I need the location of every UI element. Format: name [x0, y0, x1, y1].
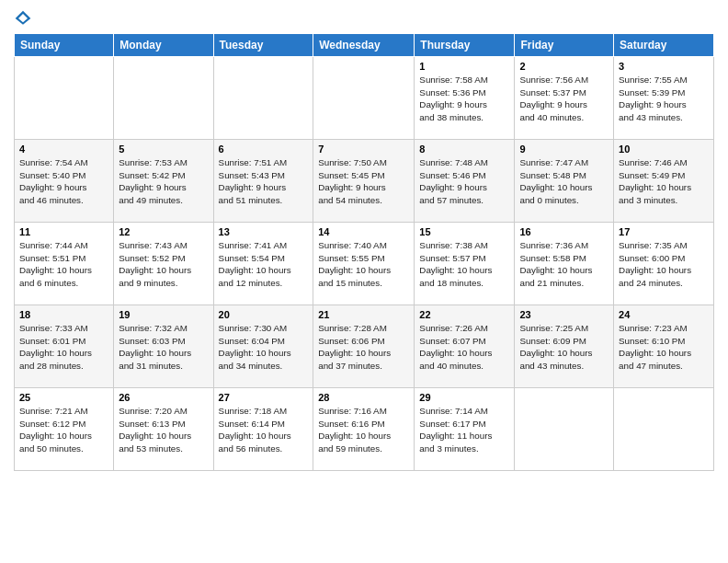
- day-info: Sunrise: 7:56 AM Sunset: 5:37 PM Dayligh…: [519, 74, 609, 124]
- col-header-friday: Friday: [515, 34, 614, 57]
- col-header-thursday: Thursday: [415, 34, 515, 57]
- day-info: Sunrise: 7:51 AM Sunset: 5:43 PM Dayligh…: [219, 156, 309, 207]
- day-cell: 17Sunrise: 7:35 AM Sunset: 6:00 PM Dayli…: [614, 223, 714, 305]
- day-info: Sunrise: 7:54 AM Sunset: 5:40 PM Dayligh…: [19, 156, 108, 207]
- week-row-1: 4Sunrise: 7:54 AM Sunset: 5:40 PM Daylig…: [15, 140, 714, 223]
- day-info: Sunrise: 7:18 AM Sunset: 6:14 PM Dayligh…: [219, 405, 309, 455]
- day-cell: 14Sunrise: 7:40 AM Sunset: 5:55 PM Dayli…: [313, 223, 415, 305]
- day-number: 6: [219, 144, 309, 155]
- day-cell: 23Sunrise: 7:25 AM Sunset: 6:09 PM Dayli…: [515, 305, 614, 388]
- day-cell: 16Sunrise: 7:36 AM Sunset: 5:58 PM Dayli…: [515, 223, 614, 305]
- day-info: Sunrise: 7:50 AM Sunset: 5:45 PM Dayligh…: [318, 156, 409, 207]
- day-info: Sunrise: 7:14 AM Sunset: 6:17 PM Dayligh…: [419, 405, 509, 455]
- day-number: 2: [519, 61, 609, 72]
- header-row: SundayMondayTuesdayWednesdayThursdayFrid…: [15, 34, 714, 57]
- day-cell: 19Sunrise: 7:32 AM Sunset: 6:03 PM Dayli…: [114, 305, 213, 388]
- day-info: Sunrise: 7:44 AM Sunset: 5:51 PM Dayligh…: [19, 239, 108, 290]
- col-header-saturday: Saturday: [614, 34, 714, 57]
- day-cell: 20Sunrise: 7:30 AM Sunset: 6:04 PM Dayli…: [213, 305, 313, 388]
- day-number: 11: [19, 226, 108, 237]
- day-cell: 4Sunrise: 7:54 AM Sunset: 5:40 PM Daylig…: [15, 140, 114, 223]
- day-number: 25: [19, 392, 108, 403]
- day-cell: [114, 57, 213, 140]
- day-cell: 8Sunrise: 7:48 AM Sunset: 5:46 PM Daylig…: [415, 140, 515, 223]
- day-number: 27: [219, 392, 309, 403]
- day-cell: [15, 57, 114, 140]
- day-number: 16: [519, 226, 609, 237]
- day-number: 12: [119, 226, 208, 237]
- day-cell: 5Sunrise: 7:53 AM Sunset: 5:42 PM Daylig…: [114, 140, 213, 223]
- week-row-0: 1Sunrise: 7:58 AM Sunset: 5:36 PM Daylig…: [15, 57, 714, 140]
- day-info: Sunrise: 7:33 AM Sunset: 6:01 PM Dayligh…: [19, 322, 108, 373]
- day-number: 5: [119, 144, 208, 155]
- day-number: 3: [619, 61, 709, 72]
- day-number: 23: [519, 309, 609, 320]
- day-info: Sunrise: 7:46 AM Sunset: 5:49 PM Dayligh…: [619, 156, 709, 207]
- col-header-sunday: Sunday: [15, 34, 114, 57]
- day-cell: 25Sunrise: 7:21 AM Sunset: 6:12 PM Dayli…: [15, 388, 114, 471]
- day-number: 15: [419, 226, 509, 237]
- day-cell: 2Sunrise: 7:56 AM Sunset: 5:37 PM Daylig…: [515, 57, 614, 140]
- day-cell: [313, 57, 415, 140]
- day-info: Sunrise: 7:43 AM Sunset: 5:52 PM Dayligh…: [119, 239, 208, 290]
- header: [14, 9, 714, 28]
- day-info: Sunrise: 7:32 AM Sunset: 6:03 PM Dayligh…: [119, 322, 208, 373]
- day-cell: 28Sunrise: 7:16 AM Sunset: 6:16 PM Dayli…: [313, 388, 415, 471]
- day-cell: 12Sunrise: 7:43 AM Sunset: 5:52 PM Dayli…: [114, 223, 213, 305]
- col-header-monday: Monday: [114, 34, 213, 57]
- logo-icon: [14, 9, 32, 28]
- day-cell: [213, 57, 313, 140]
- day-number: 1: [419, 61, 509, 72]
- calendar-table: SundayMondayTuesdayWednesdayThursdayFrid…: [14, 33, 714, 471]
- day-info: Sunrise: 7:30 AM Sunset: 6:04 PM Dayligh…: [219, 322, 309, 373]
- day-number: 28: [318, 392, 409, 403]
- day-cell: 29Sunrise: 7:14 AM Sunset: 6:17 PM Dayli…: [415, 388, 515, 471]
- week-row-3: 18Sunrise: 7:33 AM Sunset: 6:01 PM Dayli…: [15, 305, 714, 388]
- day-info: Sunrise: 7:23 AM Sunset: 6:10 PM Dayligh…: [619, 322, 709, 373]
- day-number: 22: [419, 309, 509, 320]
- day-number: 18: [19, 309, 108, 320]
- col-header-wednesday: Wednesday: [313, 34, 415, 57]
- day-cell: 10Sunrise: 7:46 AM Sunset: 5:49 PM Dayli…: [614, 140, 714, 223]
- day-number: 20: [219, 309, 309, 320]
- day-info: Sunrise: 7:28 AM Sunset: 6:06 PM Dayligh…: [318, 322, 409, 373]
- day-info: Sunrise: 7:26 AM Sunset: 6:07 PM Dayligh…: [419, 322, 509, 373]
- day-info: Sunrise: 7:38 AM Sunset: 5:57 PM Dayligh…: [419, 239, 509, 290]
- page: SundayMondayTuesdayWednesdayThursdayFrid…: [0, 0, 728, 563]
- day-cell: 7Sunrise: 7:50 AM Sunset: 5:45 PM Daylig…: [313, 140, 415, 223]
- day-number: 19: [119, 309, 208, 320]
- day-cell: 3Sunrise: 7:55 AM Sunset: 5:39 PM Daylig…: [614, 57, 714, 140]
- day-number: 21: [318, 309, 409, 320]
- day-info: Sunrise: 7:35 AM Sunset: 6:00 PM Dayligh…: [619, 239, 709, 290]
- day-cell: [614, 388, 714, 471]
- day-number: 17: [619, 226, 709, 237]
- day-number: 7: [318, 144, 409, 155]
- day-number: 29: [419, 392, 509, 403]
- day-cell: 18Sunrise: 7:33 AM Sunset: 6:01 PM Dayli…: [15, 305, 114, 388]
- day-cell: 24Sunrise: 7:23 AM Sunset: 6:10 PM Dayli…: [614, 305, 714, 388]
- day-info: Sunrise: 7:55 AM Sunset: 5:39 PM Dayligh…: [619, 74, 709, 124]
- day-info: Sunrise: 7:58 AM Sunset: 5:36 PM Dayligh…: [419, 74, 509, 124]
- day-info: Sunrise: 7:47 AM Sunset: 5:48 PM Dayligh…: [519, 156, 609, 207]
- day-info: Sunrise: 7:16 AM Sunset: 6:16 PM Dayligh…: [318, 405, 409, 455]
- day-cell: 22Sunrise: 7:26 AM Sunset: 6:07 PM Dayli…: [415, 305, 515, 388]
- col-header-tuesday: Tuesday: [213, 34, 313, 57]
- day-cell: 9Sunrise: 7:47 AM Sunset: 5:48 PM Daylig…: [515, 140, 614, 223]
- day-number: 26: [119, 392, 208, 403]
- day-number: 14: [318, 226, 409, 237]
- day-cell: 1Sunrise: 7:58 AM Sunset: 5:36 PM Daylig…: [415, 57, 515, 140]
- day-cell: 13Sunrise: 7:41 AM Sunset: 5:54 PM Dayli…: [213, 223, 313, 305]
- day-number: 9: [519, 144, 609, 155]
- week-row-4: 25Sunrise: 7:21 AM Sunset: 6:12 PM Dayli…: [15, 388, 714, 471]
- day-info: Sunrise: 7:53 AM Sunset: 5:42 PM Dayligh…: [119, 156, 208, 207]
- day-cell: 21Sunrise: 7:28 AM Sunset: 6:06 PM Dayli…: [313, 305, 415, 388]
- day-info: Sunrise: 7:41 AM Sunset: 5:54 PM Dayligh…: [219, 239, 309, 290]
- day-number: 4: [19, 144, 108, 155]
- day-cell: [515, 388, 614, 471]
- day-cell: 11Sunrise: 7:44 AM Sunset: 5:51 PM Dayli…: [15, 223, 114, 305]
- day-info: Sunrise: 7:40 AM Sunset: 5:55 PM Dayligh…: [318, 239, 409, 290]
- day-number: 13: [219, 226, 309, 237]
- logo: [14, 9, 36, 28]
- day-info: Sunrise: 7:36 AM Sunset: 5:58 PM Dayligh…: [519, 239, 609, 290]
- day-cell: 15Sunrise: 7:38 AM Sunset: 5:57 PM Dayli…: [415, 223, 515, 305]
